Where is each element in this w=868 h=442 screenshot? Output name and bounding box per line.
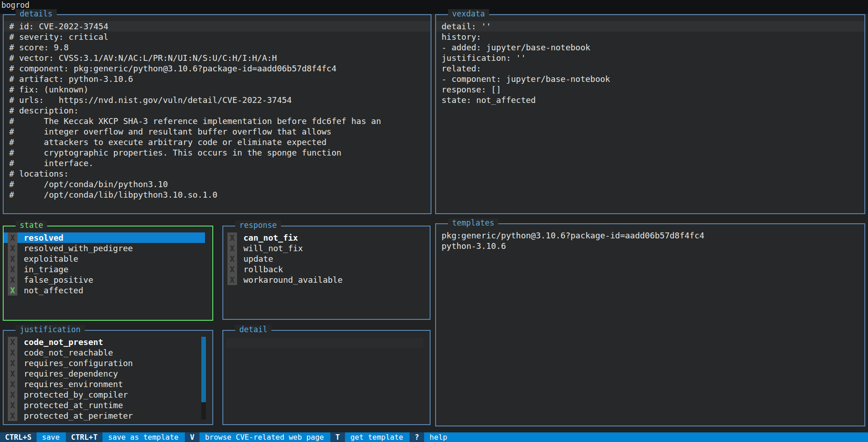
justification-panel: justification X code_not_present X code_… (3, 330, 213, 425)
list-item-false-positive[interactable]: X false_positive (4, 275, 205, 285)
template-entry[interactable]: python-3.10.6 (436, 241, 864, 251)
checkbox[interactable]: X (227, 232, 237, 243)
shortcut-key-save-as-template[interactable]: CTRL+T (66, 432, 102, 442)
template-entry[interactable]: pkg:generic/python@3.10.6?package-id=aad… (436, 230, 864, 241)
list-item-label: requires_environment (24, 379, 123, 389)
checkbox[interactable]: X (8, 400, 17, 410)
justification-panel-title: justification (16, 325, 85, 334)
list-item-resolved[interactable]: X resolved (4, 232, 205, 243)
app-header: bogrod (0, 0, 868, 14)
shortcut-label-browse[interactable]: browse CVE-related web page (199, 432, 329, 442)
checkbox[interactable]: X (8, 275, 17, 285)
editor-line: # locations: (4, 168, 431, 179)
checkbox[interactable]: X (8, 368, 17, 379)
editor-line: # /opt/conda/bin/python3.10 (4, 179, 431, 189)
list-item-label: code_not_present (24, 337, 103, 347)
list-item-label: code_not_reachable (24, 347, 113, 358)
scrollbar[interactable] (201, 337, 206, 420)
response-panel: response X can_not_fix X will_not_fix X … (222, 226, 431, 320)
editor-line: # /opt/conda/lib/libpython3.10.so.1.0 (4, 189, 431, 200)
checkbox[interactable]: X (8, 358, 17, 368)
list-item-in-triage[interactable]: X in_triage (4, 264, 205, 275)
list-item-code-not-present[interactable]: X code_not_present (4, 337, 194, 347)
checkbox[interactable]: X (8, 379, 17, 389)
list-item-label: requires_dependency (24, 368, 118, 379)
list-item-can-not-fix[interactable]: X can_not_fix (223, 232, 422, 243)
editor-line-current: detail: '' (436, 21, 864, 32)
editor-line: history: (436, 32, 864, 42)
shortcut-key-save[interactable]: CTRL+S (0, 432, 37, 442)
list-item-label: protected_by_compiler (24, 389, 128, 400)
checkbox[interactable]: X (227, 264, 237, 275)
list-item-workaround-available[interactable]: X workaround_available (223, 275, 422, 285)
checkbox-checked[interactable]: X (8, 285, 17, 296)
editor-line: - component: jupyter/base-notebook (436, 74, 864, 84)
editor-line-current: # id: CVE-2022-37454 (4, 21, 431, 32)
editor-line: # cryptographic properties. This occurs … (4, 147, 431, 158)
editor-line: response: [] (436, 84, 864, 95)
editor-line: # attackers to execute arbitrary code or… (4, 137, 431, 147)
checkbox[interactable]: X (227, 275, 237, 285)
shortcut-label-save-as-template[interactable]: save as template (102, 432, 184, 442)
checkbox[interactable]: X (8, 232, 17, 243)
list-item-label: can_not_fix (243, 232, 298, 243)
list-item-resolved-with-pedigree[interactable]: X resolved_with_pedigree (4, 243, 205, 253)
vexdata-panel-title: vexdata (448, 9, 489, 18)
list-item-label: exploitable (24, 253, 78, 264)
templates-list[interactable]: pkg:generic/python@3.10.6?package-id=aad… (436, 224, 864, 251)
shortcut-label-help[interactable]: help (424, 432, 453, 442)
list-item-label: rollback (243, 264, 283, 275)
state-list: X resolved X resolved_with_pedigree X ex… (4, 226, 212, 296)
checkbox[interactable]: X (8, 253, 17, 264)
state-panel: state X resolved X resolved_with_pedigre… (3, 226, 213, 321)
app-title: bogrod (1, 0, 29, 10)
list-item-label: false_positive (24, 275, 93, 285)
vexdata-editor[interactable]: detail: '' history: - added: jupyter/bas… (436, 15, 864, 105)
list-item-exploitable[interactable]: X exploitable (4, 253, 205, 264)
vexdata-panel: vexdata detail: '' history: - added: jup… (435, 14, 865, 214)
list-item-requires-environment[interactable]: X requires_environment (4, 379, 194, 389)
templates-panel-title: templates (448, 218, 498, 227)
list-item-requires-dependency[interactable]: X requires_dependency (4, 368, 194, 379)
list-item-protected-at-perimeter[interactable]: X protected_at_perimeter (4, 410, 194, 421)
detail-input[interactable] (226, 338, 423, 348)
shortcut-label-get-template[interactable]: get template (345, 432, 409, 442)
checkbox[interactable]: X (8, 389, 17, 400)
editor-line: # description: (4, 105, 431, 116)
editor-line: # interface. (4, 158, 431, 168)
list-item-requires-configuration[interactable]: X requires_configuration (4, 358, 194, 368)
details-panel: details # id: CVE-2022-37454 # severity:… (3, 14, 431, 214)
editor-line: # integer overflow and resultant buffer … (4, 126, 431, 137)
bogrod-app: bogrod details # id: CVE-2022-37454 # se… (0, 0, 868, 442)
list-item-protected-by-compiler[interactable]: X protected_by_compiler (4, 389, 194, 400)
editor-line: justification: '' (436, 53, 864, 63)
shortcut-key-help[interactable]: ? (410, 432, 424, 442)
editor-line: # The Keccak XKCP SHA-3 reference implem… (4, 116, 431, 126)
list-item-label: protected_at_runtime (24, 400, 123, 410)
list-item-code-not-reachable[interactable]: X code_not_reachable (4, 347, 194, 358)
shortcut-key-browse[interactable]: V (185, 432, 199, 442)
list-item-will-not-fix[interactable]: X will_not_fix (223, 243, 422, 253)
editor-line: # vector: CVSS:3.1/AV:N/AC:L/PR:N/UI:N/S… (4, 53, 431, 63)
checkbox[interactable]: X (227, 243, 237, 253)
checkbox[interactable]: X (8, 243, 17, 253)
list-item-label: in_triage (24, 264, 69, 275)
checkbox[interactable]: X (8, 347, 17, 358)
details-panel-title: details (16, 9, 57, 18)
status-bar: CTRL+S save CTRL+T save as template V br… (0, 432, 868, 442)
checkbox[interactable]: X (8, 337, 17, 347)
checkbox[interactable]: X (8, 264, 17, 275)
list-item-label: update (243, 253, 273, 264)
shortcut-label-save[interactable]: save (37, 432, 65, 442)
checkbox[interactable]: X (227, 253, 237, 264)
checkbox[interactable]: X (8, 410, 17, 421)
details-editor[interactable]: # id: CVE-2022-37454 # severity: critica… (4, 15, 431, 200)
list-item-not-affected[interactable]: X not_affected (4, 285, 205, 296)
list-item-label: workaround_available (243, 275, 343, 285)
list-item-protected-at-runtime[interactable]: X protected_at_runtime (4, 400, 194, 410)
shortcut-key-get-template[interactable]: T (330, 432, 345, 442)
editor-line: # component: pkg:generic/python@3.10.6?p… (4, 63, 431, 74)
list-item-rollback[interactable]: X rollback (223, 264, 422, 275)
list-item-update[interactable]: X update (223, 253, 422, 264)
scrollbar-thumb[interactable] (201, 337, 206, 402)
